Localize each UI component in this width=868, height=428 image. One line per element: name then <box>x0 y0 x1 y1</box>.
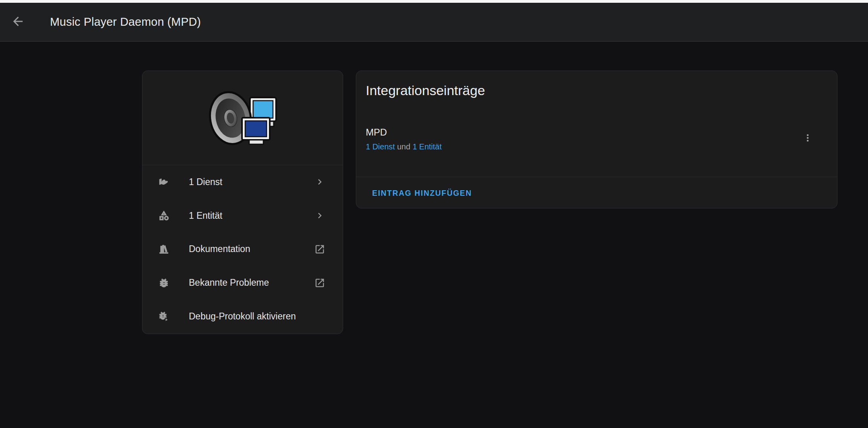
menu-item-label: 1 Dienst <box>189 177 314 187</box>
integration-logo-area <box>142 71 343 165</box>
back-button[interactable] <box>8 12 28 32</box>
entries-card-divider <box>356 177 837 177</box>
dots-vertical-icon <box>802 132 813 145</box>
bug-play-icon <box>158 311 169 322</box>
chevron-right-icon <box>314 176 325 187</box>
page-header: Music Player Daemon (MPD) <box>0 3 868 42</box>
add-entry-button[interactable]: EINTRAG HINZUFÜGEN <box>366 184 478 202</box>
bookshelf-icon <box>158 244 169 255</box>
open-in-new-icon <box>314 277 325 289</box>
mpd-logo <box>209 88 277 148</box>
window-top-strip <box>0 0 868 3</box>
chevron-right-icon <box>314 210 325 221</box>
menu-item-entities[interactable]: 1 Entität <box>142 199 343 233</box>
entry-summary: 1 Dienst und 1 Entität <box>366 141 442 152</box>
menu-item-debug-log[interactable]: Debug-Protokoll aktivieren <box>142 300 343 333</box>
menu-item-label: Debug-Protokoll aktivieren <box>189 311 314 322</box>
shapes-icon <box>158 210 169 221</box>
integration-entries-card: Integrationseinträge MPD 1 Dienst und 1 … <box>356 71 837 208</box>
entry-name: MPD <box>366 126 387 138</box>
integration-menu: 1 Dienst 1 Entität <box>142 165 343 333</box>
menu-item-services[interactable]: 1 Dienst <box>142 165 343 199</box>
menu-item-label: Dokumentation <box>189 244 314 254</box>
open-in-new-icon <box>314 244 325 255</box>
hand-extended-icon <box>158 176 169 187</box>
menu-item-label: 1 Entität <box>189 210 314 221</box>
arrow-left-icon <box>11 14 25 30</box>
integration-info-card: 1 Dienst 1 Entität <box>142 71 343 334</box>
menu-item-label: Bekannte Probleme <box>189 277 314 288</box>
entry-options-button[interactable] <box>798 129 817 148</box>
menu-item-known-issues[interactable]: Bekannte Probleme <box>142 266 343 300</box>
entries-card-title: Integrationseinträge <box>366 81 485 99</box>
menu-item-trailing-empty <box>314 311 325 322</box>
entry-entities-link[interactable]: 1 Entität <box>413 142 442 151</box>
entry-services-link[interactable]: 1 Dienst <box>366 142 395 151</box>
monitor-front <box>242 118 270 144</box>
entry-summary-conjunction: und <box>397 142 410 151</box>
app-window: Music Player Daemon (MPD) <box>0 0 868 428</box>
menu-item-documentation[interactable]: Dokumentation <box>142 233 343 266</box>
page-title: Music Player Daemon (MPD) <box>50 15 201 29</box>
bug-icon <box>158 277 169 289</box>
